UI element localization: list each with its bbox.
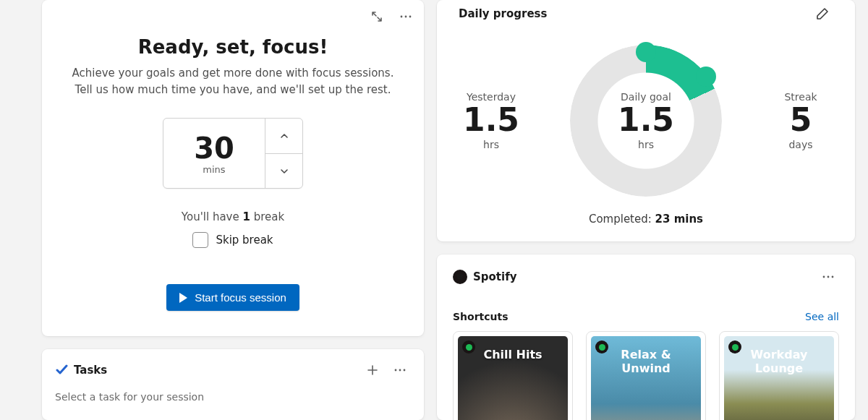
breaks-summary: You'll have 1 break [182, 210, 284, 223]
time-unit: mins [203, 164, 225, 175]
playlist-tile[interactable]: Relax & Unwind [586, 331, 706, 420]
svg-point-7 [827, 276, 830, 278]
time-step-up-button[interactable] [265, 119, 302, 153]
skip-break-checkbox[interactable] [192, 232, 208, 248]
completed-summary: Completed: 23 mins [459, 213, 833, 226]
tasks-check-icon [55, 363, 68, 378]
stat-yesterday: Yesterday 1.5 hrs [459, 91, 524, 150]
start-focus-button[interactable]: Start focus session [166, 284, 299, 311]
focus-subtitle: Achieve your goals and get more done wit… [67, 65, 399, 98]
progress-title: Daily progress [459, 7, 547, 20]
svg-point-3 [395, 369, 397, 372]
svg-point-2 [409, 16, 412, 18]
spotify-badge-icon [728, 340, 741, 353]
spotify-card: Spotify Shortcuts See all Chill Hits Rel… [437, 254, 855, 420]
spotify-more-icon[interactable] [817, 266, 839, 288]
tasks-subtitle: Select a task for your session [55, 391, 411, 403]
time-value-area: 30 mins [163, 119, 265, 188]
spotify-section-label: Shortcuts [453, 311, 509, 322]
svg-point-8 [832, 276, 834, 278]
edit-progress-button[interactable] [812, 3, 833, 25]
svg-point-4 [399, 369, 401, 372]
spotify-icon [453, 270, 467, 284]
time-value: 30 [194, 134, 234, 163]
time-picker: 30 mins [163, 118, 303, 189]
focus-expand-icon[interactable] [366, 6, 388, 27]
tasks-title: Tasks [74, 364, 107, 377]
focus-more-icon[interactable] [395, 6, 417, 27]
spotify-badge-icon [595, 340, 608, 353]
progress-ring: Daily goal 1.5 hrs [570, 45, 722, 197]
spotify-title: Spotify [473, 270, 516, 283]
svg-point-5 [404, 369, 406, 372]
stat-streak: Streak 5 days [768, 91, 833, 150]
tasks-card: Tasks Select a task for your session [42, 349, 424, 420]
svg-point-6 [823, 276, 825, 278]
tasks-more-icon[interactable] [389, 359, 411, 381]
playlist-tile[interactable]: Workday Lounge [719, 331, 839, 420]
playlist-tiles: Chill Hits Relax & Unwind Workday Lounge [453, 331, 839, 420]
time-step-down-button[interactable] [265, 153, 302, 188]
focus-card: Ready, set, focus! Achieve your goals an… [42, 0, 424, 336]
svg-point-0 [401, 16, 403, 18]
add-task-button[interactable] [362, 359, 383, 381]
skip-break-label: Skip break [216, 233, 273, 247]
playlist-tile[interactable]: Chill Hits [453, 331, 573, 420]
focus-title: Ready, set, focus! [138, 36, 328, 58]
see-all-link[interactable]: See all [805, 311, 839, 322]
skip-break-row[interactable]: Skip break [192, 232, 273, 248]
spotify-badge-icon [462, 340, 475, 353]
svg-point-1 [405, 16, 407, 18]
play-icon [179, 293, 187, 303]
progress-card: Daily progress Yesterday 1.5 hrs [437, 0, 855, 241]
